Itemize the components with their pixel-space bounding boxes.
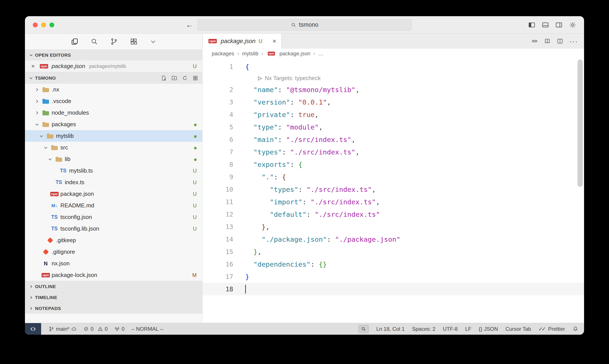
tree-item-lib[interactable]: lib: [25, 153, 202, 165]
code-line-3[interactable]: 3"version": "0.0.1",: [203, 96, 584, 108]
indentation-status[interactable]: Spaces: 2: [412, 326, 436, 332]
code-line-18[interactable]: 18: [203, 283, 584, 295]
code-line-1[interactable]: 1{: [203, 60, 584, 73]
code-line-16[interactable]: 16"dependencies": {}: [203, 258, 584, 270]
problems-status[interactable]: 0 0: [83, 326, 108, 332]
code-line-12[interactable]: 12"default": "./src/index.ts": [203, 208, 584, 221]
chevron-down-icon[interactable]: [149, 38, 157, 45]
git-branch-status[interactable]: main*: [49, 326, 77, 332]
code-line-2[interactable]: 2"name": "@tsmono/mytslib",: [203, 83, 584, 96]
formatter-status[interactable]: ✓✓ Prettier: [538, 326, 565, 332]
line-number[interactable]: 17: [203, 273, 233, 280]
code-editor[interactable]: 1{▷Nx Targets: typecheck2"name": "@tsmon…: [203, 59, 584, 323]
codelens-label[interactable]: Nx Targets: typecheck: [265, 75, 321, 82]
code-line-4[interactable]: 4"private": true,: [203, 108, 584, 121]
new-folder-icon[interactable]: [171, 75, 177, 81]
code-line-6[interactable]: 6"main": "./src/index.ts",: [203, 133, 584, 146]
open-preview-icon[interactable]: [544, 38, 551, 45]
code-line-17[interactable]: 17}: [203, 270, 584, 283]
extensions-icon[interactable]: [130, 38, 138, 46]
tree-item-nx-json[interactable]: Nnx.json: [25, 258, 202, 269]
language-mode-status[interactable]: {} JSON: [479, 326, 498, 332]
code-line-7[interactable]: 7"types": "./src/index.ts",: [203, 146, 584, 158]
line-number[interactable]: 8: [203, 161, 233, 168]
refresh-icon[interactable]: [182, 75, 188, 81]
chevron-down-icon[interactable]: [38, 134, 45, 139]
notifications-bell-icon[interactable]: [572, 326, 578, 332]
breadcrumb-packages[interactable]: packages: [212, 51, 234, 57]
zoom-window-button[interactable]: [50, 23, 54, 27]
tree-item-node-modules[interactable]: node_modules: [25, 107, 202, 118]
tab-close-icon[interactable]: ×: [272, 38, 276, 45]
code-line-5[interactable]: 5"type": "module",: [203, 121, 584, 133]
line-number[interactable]: 11: [203, 198, 233, 206]
code-line-13[interactable]: 13},: [203, 221, 584, 233]
open-editor-entry[interactable]: × npm package.json packages/mytslib U: [25, 60, 202, 72]
breadcrumb-package-json[interactable]: package.json: [279, 51, 310, 57]
minimize-window-button[interactable]: [41, 23, 46, 27]
open-editors-header[interactable]: OPEN EDITORS: [25, 50, 202, 60]
cursor-position-status[interactable]: Ln 18, Col 1: [376, 326, 404, 332]
tree-item-readme-md[interactable]: M↓README.mdU: [25, 200, 202, 211]
line-number[interactable]: 1: [203, 63, 233, 70]
line-number[interactable]: 7: [203, 148, 233, 156]
line-number[interactable]: 15: [203, 248, 233, 256]
chevron-right-icon[interactable]: [33, 87, 41, 92]
tree-item--gitkeep[interactable]: .gitkeep: [25, 234, 202, 246]
vim-mode-indicator[interactable]: -- NORMAL --: [131, 326, 163, 332]
chevron-down-icon[interactable]: [33, 122, 41, 127]
command-search-box[interactable]: tsmono: [197, 19, 412, 31]
codelens-nx-targets[interactable]: ▷Nx Targets: typecheck: [203, 73, 584, 83]
line-number[interactable]: 13: [203, 223, 233, 231]
line-number[interactable]: 12: [203, 211, 233, 218]
zoom-indicator-button[interactable]: [358, 325, 369, 333]
code-line-10[interactable]: 10"types": "./src/index.ts",: [203, 183, 584, 195]
run-triangle-icon[interactable]: ▷: [258, 75, 262, 81]
more-actions-icon[interactable]: ···: [569, 39, 578, 43]
collapse-folders-icon[interactable]: [192, 75, 198, 81]
tree-item-mytslib[interactable]: mytslib: [25, 130, 202, 142]
toggle-sidebar-right-icon[interactable]: [555, 21, 563, 29]
chevron-right-icon[interactable]: [33, 99, 41, 104]
encoding-status[interactable]: UTF-8: [443, 326, 458, 332]
explorer-root-header[interactable]: TSMONO: [25, 72, 202, 84]
explorer-files-icon[interactable]: [71, 38, 78, 46]
tree-item-package-json[interactable]: npmpackage.jsonU: [25, 188, 202, 200]
tree-item-tsconfig-lib-json[interactable]: TStsconfig.lib.jsonU: [25, 223, 202, 234]
back-button[interactable]: ←: [186, 21, 193, 29]
line-number[interactable]: 9: [203, 173, 233, 181]
timeline-section-header[interactable]: TIMELINE: [25, 292, 202, 303]
breadcrumb-mytslib[interactable]: mytslib: [242, 51, 259, 57]
chevron-down-icon[interactable]: [42, 145, 50, 150]
split-editor-icon[interactable]: [557, 38, 563, 45]
tree-item--vscode[interactable]: .vscode: [25, 95, 202, 107]
line-number[interactable]: 16: [203, 260, 233, 268]
line-number[interactable]: 14: [203, 235, 233, 243]
settings-gear-icon[interactable]: [569, 21, 577, 29]
toggle-sidebar-left-icon[interactable]: [528, 21, 535, 29]
line-number[interactable]: 2: [203, 86, 233, 93]
editor-scrollbar[interactable]: [578, 60, 583, 187]
code-line-8[interactable]: 8"exports": {: [203, 158, 584, 171]
tree-item-index-ts[interactable]: TSindex.tsU: [25, 177, 202, 188]
open-changes-icon[interactable]: [531, 38, 538, 45]
new-file-icon[interactable]: [161, 75, 167, 81]
line-number[interactable]: 5: [203, 123, 233, 131]
tree-item-src[interactable]: src: [25, 142, 202, 153]
tree-item--nx[interactable]: .nx: [25, 84, 202, 95]
tree-item-packages[interactable]: packages: [25, 118, 202, 130]
code-line-9[interactable]: 9".": {: [203, 171, 584, 183]
eol-status[interactable]: LF: [465, 326, 471, 332]
breadcrumb-more[interactable]: …: [318, 51, 324, 57]
code-line-15[interactable]: 15},: [203, 246, 584, 258]
tree-item-mytslib-ts[interactable]: TSmytslib.tsU: [25, 165, 202, 177]
close-window-button[interactable]: [33, 23, 38, 27]
tree-item--gitignore[interactable]: .gitignore: [25, 246, 202, 258]
tab-package-json[interactable]: npm package.json U ×: [203, 34, 281, 49]
search-panel-icon[interactable]: [90, 38, 98, 46]
code-line-11[interactable]: 11"import": "./src/index.ts",: [203, 195, 584, 208]
code-line-14[interactable]: 14"./package.json": "./package.json": [203, 233, 584, 246]
cursor-tab-status[interactable]: Cursor Tab: [505, 326, 531, 332]
toggle-panel-bottom-icon[interactable]: [542, 21, 549, 29]
notepads-section-header[interactable]: NOTEPADS: [25, 303, 202, 314]
